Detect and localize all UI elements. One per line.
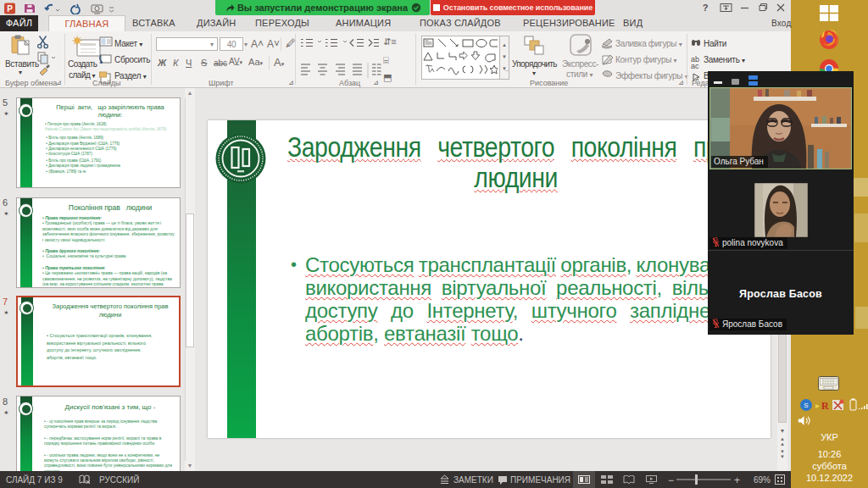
- svg-text:P: P: [7, 4, 13, 14]
- svg-text:?: ?: [703, 3, 709, 13]
- svg-text:R: R: [821, 400, 829, 412]
- svg-text:ac: ac: [691, 62, 699, 70]
- svg-text:S: S: [804, 402, 808, 409]
- svg-text:▸: ▸: [815, 401, 820, 410]
